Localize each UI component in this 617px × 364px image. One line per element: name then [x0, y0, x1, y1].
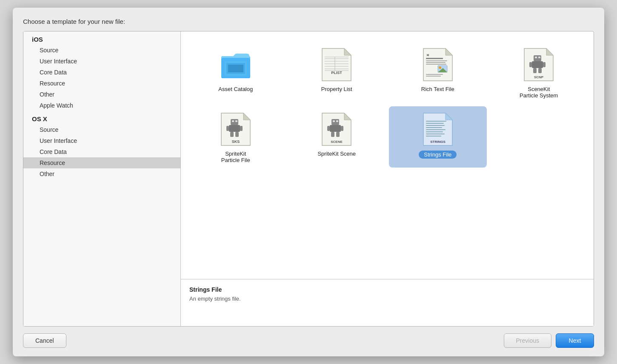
spritekit-scene-icon: SCENE: [321, 112, 352, 147]
svg-marker-30: [546, 48, 553, 55]
svg-marker-63: [446, 113, 452, 120]
svg-rect-66: [426, 123, 444, 124]
main-area: iOS Source User Interface Core Data Reso…: [23, 31, 594, 327]
file-item-scenekit[interactable]: SCNP SceneKit Particle System: [490, 42, 588, 103]
svg-rect-49: [230, 132, 234, 137]
btn-right-group: Previous Next: [504, 333, 594, 348]
svg-rect-59: [341, 126, 343, 131]
svg-rect-39: [538, 68, 542, 73]
sidebar-item-ios-other[interactable]: Other: [23, 89, 180, 100]
file-grid: Asset Catalog PLIST: [181, 31, 594, 279]
svg-rect-37: [543, 62, 546, 67]
cancel-button[interactable]: Cancel: [23, 333, 66, 348]
svg-rect-43: [231, 119, 238, 125]
svg-rect-22: [426, 62, 446, 63]
svg-text:SKS: SKS: [231, 139, 240, 144]
svg-rect-28: [426, 76, 441, 77]
strings-file-icon: STRINGS: [423, 112, 453, 147]
description-text: An empty strings file.: [189, 296, 585, 302]
asset-catalog-icon: [220, 48, 251, 82]
svg-rect-58: [327, 126, 330, 131]
previous-button[interactable]: Previous: [504, 333, 551, 348]
scenekit-label: SceneKit Particle System: [520, 86, 558, 99]
svg-text:PLIST: PLIST: [331, 71, 342, 75]
svg-rect-60: [331, 132, 334, 137]
svg-rect-48: [240, 126, 243, 131]
rich-text-label: Rich Text File: [421, 86, 454, 92]
svg-rect-70: [426, 131, 443, 132]
spritekit-scene-label: SpriteKit Scene: [317, 151, 356, 157]
sidebar-item-ios-resource[interactable]: Resource: [23, 78, 180, 89]
property-list-icon: PLIST: [321, 48, 352, 82]
svg-rect-55: [333, 120, 335, 122]
spritekit-particle-icon: SKS: [220, 112, 251, 147]
svg-text:STRINGS: STRINGS: [430, 140, 446, 144]
svg-marker-7: [344, 48, 351, 55]
svg-rect-68: [426, 127, 442, 128]
button-row: Cancel Previous Next: [23, 333, 594, 348]
svg-rect-27: [426, 74, 443, 75]
svg-point-25: [439, 66, 441, 69]
svg-marker-18: [446, 48, 452, 55]
svg-rect-23: [426, 64, 446, 65]
svg-rect-65: [426, 121, 446, 122]
file-item-spritekit-scene[interactable]: SCENE SpriteKit Sc: [288, 106, 386, 168]
sidebar-item-ios-apple-watch[interactable]: Apple Watch: [23, 100, 180, 111]
svg-rect-47: [226, 126, 229, 131]
svg-rect-61: [336, 132, 340, 137]
sidebar-item-ios-core-data[interactable]: Core Data: [23, 67, 180, 78]
sidebar-item-osx-source[interactable]: Source: [23, 124, 180, 135]
svg-rect-56: [336, 120, 338, 122]
dialog-title: Choose a template for your new file:: [23, 18, 594, 25]
svg-rect-21: [426, 60, 447, 61]
description-title: Strings File: [189, 286, 585, 293]
svg-rect-36: [529, 62, 532, 67]
rich-text-icon: H: [423, 48, 453, 82]
svg-rect-67: [426, 125, 445, 126]
svg-rect-72: [426, 136, 441, 136]
svg-rect-50: [235, 132, 239, 137]
svg-rect-34: [538, 57, 540, 58]
sidebar-item-ios-source[interactable]: Source: [23, 45, 180, 56]
description-area: Strings File An empty strings file.: [181, 279, 594, 326]
svg-rect-54: [331, 119, 339, 125]
svg-rect-46: [229, 125, 240, 132]
svg-rect-32: [534, 55, 541, 61]
file-item-asset-catalog[interactable]: Asset Catalog: [187, 42, 285, 103]
scenekit-icon: SCNP: [523, 48, 554, 82]
sidebar-item-ios-user-interface[interactable]: User Interface: [23, 56, 180, 67]
content-area: Asset Catalog PLIST: [181, 31, 594, 326]
svg-rect-57: [330, 125, 341, 132]
spritekit-particle-label: SpriteKit Particle File: [221, 151, 250, 163]
svg-marker-52: [344, 113, 351, 120]
strings-file-label: Strings File: [419, 151, 457, 159]
svg-rect-45: [235, 120, 237, 122]
sidebar-item-osx-resource[interactable]: Resource: [23, 157, 180, 168]
svg-rect-71: [426, 134, 445, 134]
sidebar-section-osx: OS X: [23, 111, 180, 124]
svg-rect-44: [232, 120, 234, 122]
sidebar-item-osx-core-data[interactable]: Core Data: [23, 146, 180, 157]
svg-text:SCNP: SCNP: [534, 75, 544, 79]
next-button[interactable]: Next: [556, 333, 594, 348]
svg-marker-41: [243, 113, 250, 120]
svg-rect-69: [426, 129, 446, 130]
file-item-spritekit-particle[interactable]: SKS SpriteKit Particle File: [187, 106, 285, 168]
svg-rect-5: [228, 65, 243, 72]
file-item-property-list[interactable]: PLIST Property Lis: [288, 42, 386, 103]
svg-rect-38: [533, 68, 537, 73]
sidebar: iOS Source User Interface Core Data Reso…: [23, 31, 181, 326]
sidebar-item-osx-user-interface[interactable]: User Interface: [23, 135, 180, 146]
sidebar-item-osx-other[interactable]: Other: [23, 168, 180, 179]
svg-text:H: H: [427, 54, 429, 57]
asset-catalog-label: Asset Catalog: [218, 86, 253, 92]
file-item-rich-text[interactable]: H R: [389, 42, 487, 103]
dialog: Choose a template for your new file: iOS…: [13, 8, 604, 356]
svg-rect-35: [532, 61, 543, 68]
property-list-label: Property List: [321, 86, 352, 92]
svg-rect-33: [535, 57, 537, 58]
svg-text:SCENE: SCENE: [331, 140, 343, 144]
file-item-strings-file[interactable]: STRINGS Strings Fi: [389, 106, 487, 168]
sidebar-section-ios: iOS: [23, 31, 180, 45]
svg-rect-20: [426, 58, 443, 59]
